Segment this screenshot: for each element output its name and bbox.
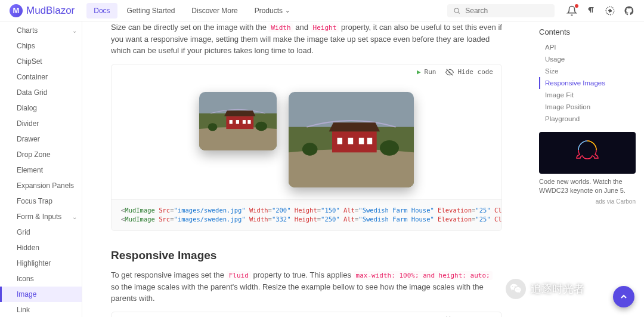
code-fluid: Fluid	[227, 271, 251, 280]
topnav-docs[interactable]: Docs	[86, 3, 117, 19]
responsive-heading: Responsive Images	[111, 249, 502, 262]
search-input[interactable]	[465, 7, 549, 15]
toc-image-fit[interactable]: Image Fit	[539, 89, 636, 101]
svg-marker-7	[224, 110, 255, 116]
sidebar-item-divider[interactable]: Divider	[0, 116, 82, 131]
scroll-top-button[interactable]	[613, 286, 634, 307]
sidebar-item-container[interactable]: Container	[0, 69, 82, 85]
sidebar-item-icons[interactable]: Icons	[0, 271, 82, 287]
top-nav: DocsGetting StartedDiscover MoreProducts…	[86, 3, 297, 19]
ad-image	[539, 132, 636, 174]
appbar-actions	[566, 5, 634, 16]
ad-attribution: ads via Carbon	[539, 198, 636, 205]
svg-rect-18	[338, 137, 343, 144]
responsive-description: To get responsive images set the Fluid p…	[111, 269, 502, 304]
app-bar: M MudBlazor DocsGetting StartedDiscover …	[0, 0, 644, 21]
toc-api[interactable]: API	[539, 41, 636, 53]
watermark-text: 追逐时光者	[531, 282, 584, 296]
svg-rect-9	[236, 120, 239, 124]
svg-point-0	[454, 8, 459, 12]
ad-text: Code new worlds. Watch the WWDC23 keynot…	[539, 177, 636, 196]
size-description: Size can be directly set on the image wi…	[111, 21, 502, 57]
chevron-down-icon: ⌄	[72, 214, 77, 220]
sidebar-item-grid[interactable]: Grid	[0, 224, 82, 240]
sidebar-item-drawer[interactable]: Drawer	[0, 131, 82, 147]
table-of-contents: Contents APIUsageSizeResponsive ImagesIm…	[531, 21, 644, 317]
toc-image-position[interactable]: Image Position	[539, 101, 636, 113]
svg-point-3	[609, 9, 612, 12]
svg-line-1	[458, 12, 459, 13]
svg-point-22	[302, 143, 318, 155]
example-image-large	[289, 92, 414, 187]
notification-dot	[575, 4, 578, 8]
code-snippet: <MudImage Src="images/sweden.jpg" Width=…	[112, 199, 501, 231]
topnav-getting-started[interactable]: Getting Started	[120, 3, 182, 19]
sidebar-item-highlighter[interactable]: Highlighter	[0, 256, 82, 271]
sidebar-nav: Charts⌄ChipsChipSetContainerData GridDia…	[0, 21, 82, 317]
main-content: Size can be directly set on the image wi…	[82, 21, 531, 317]
svg-point-23	[380, 140, 399, 156]
topnav-discover-more[interactable]: Discover More	[184, 3, 244, 19]
svg-point-12	[208, 123, 218, 131]
watermark: 追逐时光者	[506, 279, 584, 299]
topnav-products[interactable]: Products⌄	[247, 3, 297, 19]
chevron-down-icon: ⌄	[72, 27, 77, 34]
hide-code-button[interactable]: Hide code	[445, 68, 493, 76]
sidebar-item-link[interactable]: Link	[0, 302, 82, 317]
toc-usage[interactable]: Usage	[539, 53, 636, 65]
sidebar-item-charts[interactable]: Charts⌄	[0, 23, 82, 38]
carbon-ad[interactable]: Code new worlds. Watch the WWDC23 keynot…	[539, 132, 636, 205]
logo-icon: M	[10, 4, 23, 17]
example-image-small	[199, 92, 277, 150]
sidebar-item-chipset[interactable]: ChipSet	[0, 54, 82, 69]
search-box[interactable]	[447, 4, 555, 17]
code-height: Height	[311, 23, 339, 32]
brand-logo[interactable]: M MudBlazor	[10, 4, 75, 17]
code-width: Width	[268, 23, 293, 32]
toc-responsive-images[interactable]: Responsive Images	[539, 77, 636, 89]
svg-rect-10	[243, 120, 246, 124]
responsive-example: ▶Run Hide code	[111, 312, 502, 318]
toc-size[interactable]: Size	[539, 65, 636, 77]
sidebar-item-form-inputs[interactable]: Form & Inputs⌄	[0, 209, 82, 224]
search-icon	[453, 7, 460, 15]
svg-rect-19	[348, 137, 354, 144]
sidebar-item-data-grid[interactable]: Data Grid	[0, 85, 82, 100]
svg-rect-11	[247, 120, 250, 124]
svg-rect-20	[359, 137, 364, 144]
chevron-up-icon	[619, 292, 628, 301]
code-css: max-width: 100%; and height: auto;	[354, 271, 493, 280]
theme-icon[interactable]	[605, 5, 615, 16]
svg-marker-17	[329, 122, 380, 131]
size-example: ▶Run Hide code <MudImage Src="images/swe…	[111, 64, 502, 232]
svg-rect-8	[230, 120, 233, 124]
sidebar-item-element[interactable]: Element	[0, 162, 82, 178]
notifications-icon[interactable]	[566, 5, 577, 16]
wechat-icon	[506, 279, 526, 299]
sidebar-item-image[interactable]: Image	[0, 287, 82, 302]
run-button[interactable]: ▶Run	[417, 68, 436, 76]
github-icon[interactable]	[624, 5, 634, 16]
brand-name: MudBlazor	[26, 5, 75, 17]
sidebar-item-focus-trap[interactable]: Focus Trap	[0, 193, 82, 209]
svg-rect-21	[367, 137, 373, 144]
sidebar-item-hidden[interactable]: Hidden	[0, 240, 82, 256]
rtl-icon[interactable]	[586, 5, 596, 16]
toc-playground[interactable]: Playground	[539, 113, 636, 125]
toc-title: Contents	[539, 27, 636, 36]
sidebar-item-drop-zone[interactable]: Drop Zone	[0, 147, 82, 162]
sidebar-item-dialog[interactable]: Dialog	[0, 100, 82, 116]
sidebar-item-expansion-panels[interactable]: Expansion Panels	[0, 178, 82, 193]
sidebar-item-chips[interactable]: Chips	[0, 38, 82, 54]
svg-point-13	[255, 121, 267, 131]
